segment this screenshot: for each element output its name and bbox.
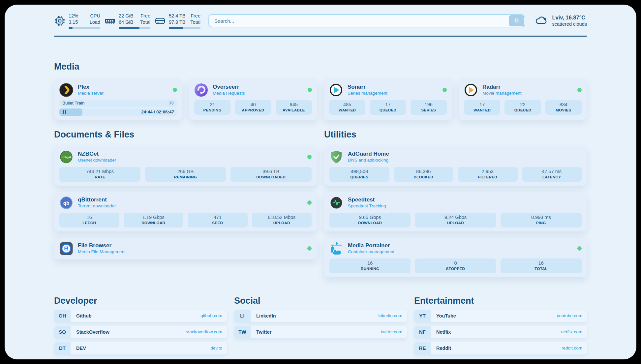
app-title: qBittorrent (78, 196, 116, 203)
bookmark-group-social: Social LI LinkedIn linkedin.com TW Twitt… (234, 296, 407, 354)
status-dot (307, 155, 312, 159)
app-card-qbittorrent[interactable]: qb qBittorrent Torrent downloader 16LEEC… (54, 192, 317, 231)
section-documents: Documents & Files nzbget NZBGet Usenet d… (54, 130, 317, 259)
search-provider-button[interactable]: G (509, 15, 524, 26)
stat-label: RUNNING (329, 266, 411, 271)
system-stats: 12%CPU 3.15Load (54, 13, 200, 29)
bookmark-group-entertainment: Entertainment YT YouTube youtube.com NF … (414, 296, 587, 354)
bookmark-abbr: NF (414, 326, 431, 338)
stat-tile: 471SEED (188, 213, 248, 228)
status-dot (443, 88, 447, 92)
app-subtitle: Speedtest Tracking (348, 203, 386, 209)
bookmark-abbr: LI (234, 310, 251, 322)
stat-label: LEECH (59, 221, 119, 226)
stat-label: TOTAL (501, 266, 582, 271)
bookmark-group-title: Entertainment (414, 296, 587, 306)
app-subtitle: DNS and adblocking (348, 157, 389, 163)
app-card-filebrowser[interactable]: File Browser Media File Management (54, 238, 317, 259)
disk-progress-track (169, 27, 200, 29)
overseerr-icon (194, 83, 208, 97)
app-subtitle: Usenet downloader (78, 157, 116, 163)
bookmark-dev[interactable]: DT DEV dev.to (54, 342, 227, 354)
playback-progress-track: 24:44 / 02:06:47 (59, 108, 177, 116)
stat-label: PING (501, 221, 582, 226)
stat-value: 17 (464, 102, 500, 108)
app-subtitle: Movie management (482, 90, 522, 96)
bookmark-stackoverflow[interactable]: SO StackOverflow stackoverflow.com (54, 326, 227, 338)
stat-tile: 0.993 msPING (501, 213, 582, 228)
cast-icon (168, 100, 174, 106)
ram-stat: 22 GiBFree 64 GiBTotal (104, 13, 150, 29)
app-title: File Browser (78, 242, 126, 249)
bookmark-twitter[interactable]: TW Twitter twitter.com (234, 326, 407, 338)
sonarr-icon (329, 83, 343, 97)
section-title-utilities: Utilities (324, 130, 587, 140)
bookmark-netflix[interactable]: NF Netflix netflix.com (414, 326, 587, 338)
stat-label: APPROVED (235, 108, 271, 113)
stat-tile: 16LEECH (59, 213, 119, 228)
bookmark-github[interactable]: GH Github github.com (54, 310, 227, 322)
bookmark-abbr: YT (414, 310, 431, 322)
app-title: Media Portainer (348, 242, 394, 249)
section-title-media: Media (54, 62, 587, 72)
stat-value: 39.6 TB (230, 168, 312, 175)
stat-label: DOWNLOAD (329, 221, 411, 226)
app-card-overseerr[interactable]: Overseerr Media Requests 21PENDING 40APP… (189, 79, 317, 120)
app-card-portainer[interactable]: Media Portainer Container management 16R… (324, 238, 587, 277)
stat-value: 744.21 Mbps (59, 168, 140, 175)
disk-free-value: 52.4 TB (169, 13, 186, 19)
bookmark-url: reddit.com (562, 346, 582, 350)
app-card-plex[interactable]: Plex Media server Bullet Train (54, 79, 182, 120)
status-dot (307, 200, 312, 205)
app-subtitle: Media File Management (78, 249, 126, 255)
app-title: Overseerr (213, 83, 245, 90)
disk-label-top: Free (191, 13, 200, 19)
hard-drive-icon (154, 15, 166, 27)
app-title: Plex (78, 83, 104, 90)
bookmark-name: Twitter (256, 329, 271, 335)
stat-value: 9.24 Gbps (415, 214, 496, 221)
stat-value: 16 (501, 260, 582, 266)
app-subtitle: Media server (78, 90, 104, 96)
bookmark-abbr: TW (234, 326, 251, 338)
bookmark-youtube[interactable]: YT YouTube youtube.com (414, 310, 587, 322)
stat-tile: 618.52 MbpsUPLOAD (252, 213, 312, 228)
bookmark-url: stackoverflow.com (186, 329, 222, 334)
speedtest-icon (329, 196, 343, 210)
bookmark-url: linkedin.com (378, 313, 402, 318)
disk-total-value: 97.9 TB (169, 19, 186, 25)
cpu-load-value: 3.15 (69, 19, 78, 25)
cpu-progress-track (69, 27, 100, 29)
bookmark-name: Netflix (436, 329, 451, 335)
search-input[interactable] (208, 14, 525, 27)
memory-icon (104, 15, 116, 27)
plex-icon (59, 83, 73, 97)
app-subtitle: Torrent downloader (78, 203, 116, 209)
app-card-speedtest[interactable]: Speedtest Speedtest Tracking 9.65 GbpsDO… (324, 192, 587, 231)
stat-tile: 485WANTED (329, 100, 365, 115)
ram-free-value: 22 GiB (119, 13, 133, 19)
app-title: Radarr (482, 83, 522, 90)
stat-tile: 266 GBREMAINING (145, 167, 226, 182)
svg-text:qb: qb (63, 200, 69, 205)
stat-label: QUERIES (329, 175, 389, 180)
stat-value: 471 (188, 214, 248, 221)
status-dot (577, 246, 582, 251)
bookmark-linkedin[interactable]: LI LinkedIn linkedin.com (234, 310, 407, 322)
app-card-nzbget[interactable]: nzbget NZBGet Usenet downloader 744.21 M… (54, 146, 317, 186)
stat-value: 47.57 ms (522, 168, 582, 175)
section-utilities: Utilities AdGuard Home (324, 130, 587, 277)
app-card-sonarr[interactable]: Sonarr Series management 485WANTED 17QUE… (324, 79, 452, 120)
stat-tile: 16RUNNING (329, 258, 411, 273)
app-card-radarr[interactable]: Radarr Movie management 17WANTED 22QUEUE… (459, 79, 587, 120)
app-title: Speedtest (348, 196, 386, 203)
stat-tile: 16TOTAL (501, 258, 582, 273)
bookmark-reddit[interactable]: RE Reddit reddit.com (414, 342, 587, 354)
stat-label: WANTED (464, 108, 500, 113)
status-dot (577, 88, 582, 92)
stat-tile: 47.57 msLATENCY (522, 167, 582, 182)
stat-tile: 40APPROVED (235, 100, 271, 115)
status-dot (173, 88, 177, 92)
app-card-adguard[interactable]: AdGuard Home DNS and adblocking 498,508Q… (324, 146, 587, 186)
search-box: G (208, 14, 525, 27)
